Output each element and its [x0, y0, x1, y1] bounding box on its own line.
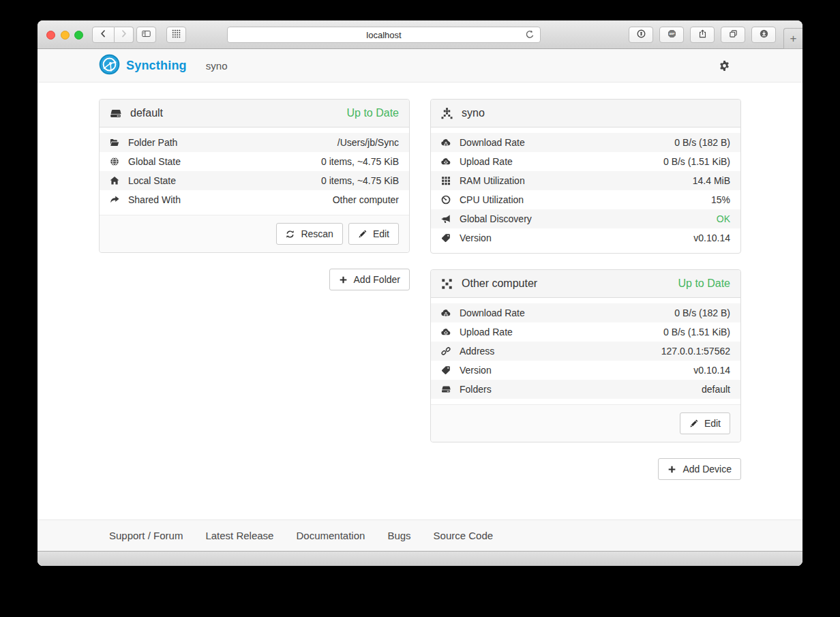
hdd-icon [110, 108, 121, 119]
gauge-icon [441, 195, 451, 205]
footer-link-documentation[interactable]: Documentation [296, 530, 365, 541]
minimize-window-button[interactable] [61, 31, 70, 40]
folder-open-icon [110, 138, 119, 147]
dashboard: defaultUp to DateFolder Path/Users/jb/Sy… [38, 82, 802, 520]
address-bar[interactable]: localhost [227, 27, 541, 43]
traffic-lights [46, 31, 83, 40]
folders-column: defaultUp to DateFolder Path/Users/jb/Sy… [99, 99, 410, 520]
app-footer: Support / Forum Latest Release Documenta… [38, 520, 802, 551]
table-row: Download Rate0 B/s (182 B) [431, 303, 740, 322]
panel-header-syno[interactable]: syno [431, 100, 740, 127]
panel-title: syno [462, 107, 485, 119]
reload-icon[interactable] [525, 30, 535, 42]
onepassword-button[interactable] [629, 27, 653, 43]
row-value: OK [717, 213, 730, 225]
panel-status: Up to Date [678, 277, 730, 290]
back-button[interactable] [92, 27, 115, 43]
table-row: Address127.0.0.1:57562 [431, 342, 740, 361]
row-label: Global Discovery [460, 213, 532, 225]
table-row: CPU Utilization15% [431, 190, 740, 209]
row-value: 15% [711, 194, 730, 206]
table-row: RAM Utilization14.4 MiB [431, 171, 740, 190]
adblock-button[interactable]: ABP [659, 27, 684, 43]
forward-button[interactable] [115, 27, 134, 43]
desktop-background: localhost ABP + Syncthing syno [0, 0, 840, 617]
zoom-window-button[interactable] [74, 31, 83, 40]
row-label: Shared With [128, 194, 181, 206]
footer-link-latest-release[interactable]: Latest Release [205, 530, 273, 541]
adblock-icon: ABP [668, 29, 676, 41]
link-icon [441, 346, 451, 356]
add-device-button[interactable]: Add Device [658, 458, 741, 480]
panel-syno: synoDownload Rate0 B/s (182 B)Upload Rat… [430, 99, 741, 254]
row-value: 14.4 MiB [693, 175, 730, 187]
cloud-upload-icon [441, 157, 451, 166]
row-value: 0 B/s (182 B) [674, 136, 730, 149]
edit-button[interactable]: Edit [348, 223, 399, 245]
table-row: Shared WithOther computer [100, 190, 409, 209]
onepassword-icon [637, 29, 646, 41]
top-sites-icon [172, 29, 181, 41]
window-bottom-bar [38, 551, 802, 566]
network-icon [441, 108, 453, 119]
syncthing-brand[interactable]: Syncthing [99, 54, 187, 78]
settings-gear-button[interactable] [719, 60, 730, 72]
footer-link-support[interactable]: Support / Forum [109, 530, 183, 541]
table-row: Foldersdefault [431, 380, 740, 399]
row-value: 0 B/s (182 B) [674, 307, 730, 319]
row-value: 0 B/s (1.51 KiB) [663, 155, 730, 168]
row-value: 127.0.0.1:57562 [661, 345, 730, 357]
tab-overview-icon [729, 29, 738, 41]
refresh-icon [286, 230, 295, 239]
tag-icon [441, 233, 451, 243]
add-folder-button[interactable]: Add Folder [329, 269, 410, 290]
cloud-download-icon [441, 308, 451, 318]
table-row: Global DiscoveryOK [431, 209, 740, 228]
sidebar-button[interactable] [136, 27, 156, 43]
table-row: Upload Rate0 B/s (1.51 KiB) [431, 322, 740, 342]
svg-text:ABP: ABP [669, 33, 674, 35]
url-text: localhost [366, 30, 401, 40]
devices-column: synoDownload Rate0 B/s (182 B)Upload Rat… [430, 99, 741, 520]
share-button[interactable] [690, 27, 715, 43]
row-label: Version [460, 364, 492, 376]
hdd-icon [441, 385, 451, 394]
row-label: Upload Rate [460, 326, 513, 338]
table-row: Download Rate0 B/s (182 B) [431, 133, 740, 152]
footer-link-source-code[interactable]: Source Code [434, 530, 494, 541]
new-tab-button[interactable]: + [783, 28, 802, 49]
plus-icon [668, 465, 676, 474]
panel-header-other-computer[interactable]: Other computerUp to Date [431, 270, 740, 298]
row-value: 0 items, ~4.75 KiB [321, 175, 399, 187]
panel-header-default[interactable]: defaultUp to Date [100, 100, 409, 127]
close-window-button[interactable] [46, 31, 55, 40]
table-row: Upload Rate0 B/s (1.51 KiB) [431, 152, 740, 171]
tab-overview-button[interactable] [721, 27, 745, 43]
pencil-icon [689, 419, 698, 428]
panel-status: Up to Date [347, 107, 399, 119]
top-sites-button[interactable] [166, 27, 186, 43]
row-label: Address [460, 345, 494, 357]
row-value: /Users/jb/Sync [338, 136, 399, 149]
forward-icon [119, 29, 128, 41]
downloads-icon [760, 29, 768, 41]
panel-table: Download Rate0 B/s (182 B)Upload Rate0 B… [431, 298, 740, 404]
share-arrow-icon [110, 195, 119, 205]
row-value: default [702, 383, 730, 395]
footer-link-bugs[interactable]: Bugs [387, 530, 410, 541]
row-label: Upload Rate [460, 155, 513, 168]
cloud-download-icon [441, 138, 451, 147]
table-row: Versionv0.10.14 [431, 361, 740, 380]
dots-icon [441, 278, 453, 290]
share-icon [698, 29, 707, 41]
row-value: 0 B/s (1.51 KiB) [663, 326, 730, 338]
th-grid-icon [441, 176, 451, 185]
home-icon [110, 176, 119, 185]
syncthing-logo-icon [99, 54, 120, 78]
edit-button[interactable]: Edit [680, 412, 730, 434]
panel-default: defaultUp to DateFolder Path/Users/jb/Sy… [99, 99, 410, 253]
row-value: v0.10.14 [693, 232, 730, 244]
rescan-button[interactable]: Rescan [276, 223, 342, 245]
local-device-name: syno [206, 60, 228, 72]
downloads-button[interactable] [751, 27, 776, 43]
